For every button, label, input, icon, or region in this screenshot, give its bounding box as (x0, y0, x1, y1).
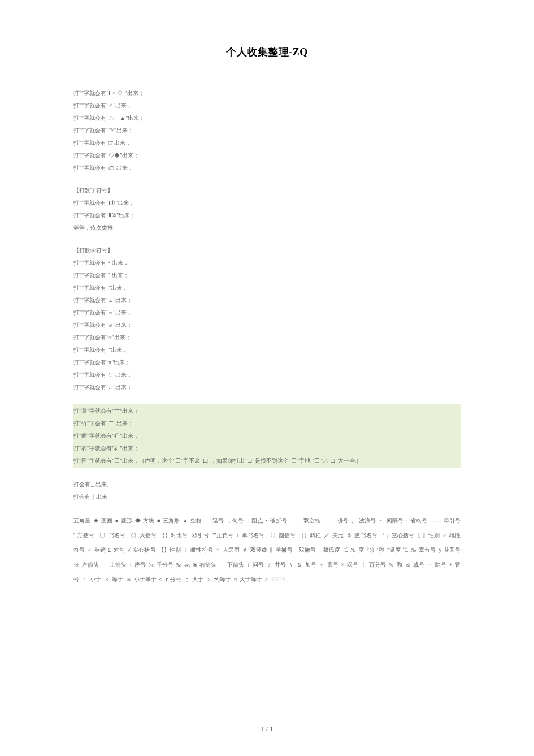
text-line: 打""字就会有"™"出来； (73, 124, 461, 137)
text-line: 打""字就会有"Ⅰ①"出来； (73, 197, 461, 209)
page-number: 1 / 1 (261, 725, 273, 733)
text-line: 打""字就会有"の"出来； (73, 162, 461, 174)
text-line: 打""字就会有"Ⅱ②"出来； (73, 209, 461, 222)
text-line: 打""字就会有"⊥"出来； (73, 294, 461, 306)
text-line: 打"围"字就会有"囗"出来；（声明：这个"囗"字不念"口"，如果你打出"口"是找… (73, 455, 461, 467)
block-1: 打""字就会有"Ⅰ ○ ① "出来； 打""字就会有"∠"出来； 打""字就会有… (73, 87, 461, 174)
text-line: 打""字就会有 ³ 出来； (73, 269, 461, 282)
text-line: 打""字就会有"∵"出来； (73, 369, 461, 381)
text-line: 打"草"字就会有"艹"出来； (73, 405, 461, 417)
symbols-paragraph: 五角星 ★ 图圈 ● 菱形 ◆ 方块 ■ 三角形 ▲ 空格 逗号 ，句号 ．圆点… (73, 513, 461, 587)
text-line: 打""字就会有"△ ▲"出来； (73, 112, 461, 124)
page-title: 个人收集整理-ZQ (73, 45, 461, 59)
block-2: 【打数字符号】 打""字就会有"Ⅰ①"出来； 打""字就会有"Ⅱ②"出来； 等等… (73, 184, 461, 234)
text-line: 打""字就会有""出来； (73, 282, 461, 294)
block-3: 【打数学符号】 打""字就会有 ² 出来； 打""字就会有 ³ 出来； 打""字… (73, 244, 461, 394)
section-heading: 【打数学符号】 (73, 244, 461, 257)
text-line: 打""字就会有 ² 出来； (73, 257, 461, 269)
text-line: 打""字就会有"≈"出来； (73, 331, 461, 344)
text-line: 打会有｜出来 (73, 491, 461, 503)
trailing-code: b5E2R。 (270, 576, 292, 582)
text-line: 打""字就会有"≌"出来； (73, 319, 461, 331)
text-line: 打"衣"字就会有"衤"出来； (73, 442, 461, 455)
symbols-text: 五角星 ★ 图圈 ● 菱形 ◆ 方块 ■ 三角形 ▲ 空格 逗号 ，句号 ．圆点… (73, 517, 461, 582)
text-line: 打会有„„出来, (73, 478, 461, 491)
text-line: 打""字就会有"∴"出来； (73, 381, 461, 394)
text-line: 打""字就会有"∠"出来； (73, 100, 461, 112)
section-heading: 【打数字符号】 (73, 184, 461, 197)
text-line: 打""字就会有"∽"出来； (73, 306, 461, 319)
block-5: 打会有„„出来, 打会有｜出来 (73, 478, 461, 503)
page-container: 个人收集整理-ZQ 打""字就会有"Ⅰ ○ ① "出来； 打""字就会有"∠"出… (0, 0, 534, 615)
text-line: 打"病"字就会有"疒"出来； (73, 430, 461, 442)
text-line: 打"竹"字会有"⺮"出来； (73, 417, 461, 430)
text-line: 打""字就会有"□"出来； (73, 137, 461, 149)
text-line: 打""字就会有"◇◆"出来； (73, 149, 461, 162)
text-line: 打""字就会有""出来； (73, 344, 461, 356)
text-line: 打""字就会有"Ⅰ ○ ① "出来； (73, 87, 461, 100)
text-line: 打""字就会有"π"出来； (73, 356, 461, 369)
text-line: 等等，依次类推. (73, 222, 461, 234)
block-4-highlighted: 打"草"字就会有"艹"出来； 打"竹"字会有"⺮"出来； 打"病"字就会有"疒"… (73, 404, 461, 468)
